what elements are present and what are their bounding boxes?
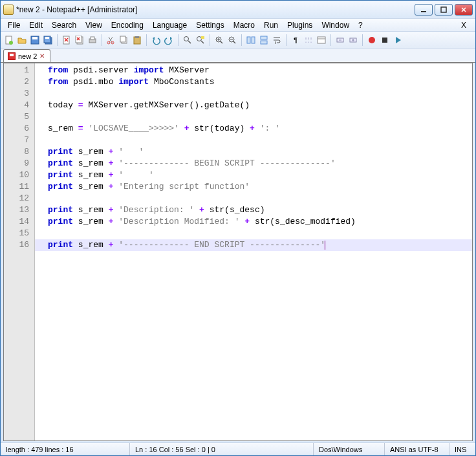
line-number: 16 — [4, 239, 34, 251]
svg-rect-8 — [45, 37, 49, 39]
line-number: 9 — [4, 158, 34, 169]
record-macro-icon[interactable] — [366, 34, 378, 46]
menu-encoding[interactable]: Encoding — [107, 19, 148, 31]
toolbar-sep — [210, 34, 210, 46]
menu-settings[interactable]: Settings — [191, 19, 228, 31]
window-title: *new 2 - Notepad++ [Administrator] — [16, 5, 413, 14]
code-line[interactable] — [35, 111, 472, 123]
code-line[interactable]: print s_rem + ' ' — [35, 146, 472, 158]
svg-rect-5 — [32, 37, 38, 39]
tab-unsaved-icon — [8, 52, 16, 60]
svg-point-32 — [369, 37, 375, 43]
menu-edit[interactable]: Edit — [25, 19, 47, 31]
close-file-icon[interactable] — [61, 34, 72, 46]
toolbar: ¶ — [1, 32, 475, 49]
toolbar-sep — [57, 34, 58, 46]
menu-help[interactable]: ? — [354, 19, 367, 31]
code-line[interactable]: print s_rem + '------------- BEGIN SCRIP… — [35, 158, 472, 169]
redo-icon[interactable] — [163, 34, 175, 46]
code-line[interactable]: print s_rem + 'Entering script function' — [35, 181, 472, 193]
code-line[interactable] — [35, 193, 472, 204]
paste-icon[interactable] — [131, 34, 143, 46]
svg-rect-27 — [261, 36, 267, 39]
line-number: 5 — [4, 111, 34, 123]
menu-run[interactable]: Run — [259, 19, 283, 31]
open-file-icon[interactable] — [16, 34, 28, 46]
status-pos: Ln : 16 Col : 56 Sel : 0 | 0 — [130, 443, 314, 455]
minimize-button[interactable] — [415, 4, 433, 16]
menu-close-x[interactable]: X — [455, 19, 473, 31]
menu-plugins[interactable]: Plugins — [283, 19, 317, 31]
menu-search[interactable]: Search — [47, 19, 81, 31]
sync-h-icon[interactable] — [258, 34, 270, 46]
undo-icon[interactable] — [150, 34, 162, 46]
stop-macro-icon[interactable] — [379, 34, 391, 46]
svg-rect-13 — [91, 37, 94, 39]
code-line[interactable]: print s_rem + 'Description Modified: ' +… — [35, 216, 472, 228]
code-line[interactable]: print s_rem + 'Description: ' + str(s_de… — [35, 204, 472, 216]
code-line[interactable]: today = MXServer.getMXServer().getDate() — [35, 100, 472, 111]
toolbar-sep — [102, 34, 102, 46]
replace-icon[interactable] — [195, 34, 206, 46]
menu-view[interactable]: View — [81, 19, 107, 31]
svg-rect-25 — [247, 37, 250, 43]
window: *new 2 - Notepad++ [Administrator] File … — [0, 0, 476, 456]
svg-rect-26 — [252, 37, 255, 43]
close-all-icon[interactable] — [74, 34, 85, 46]
copy-icon[interactable] — [118, 34, 130, 46]
find-icon[interactable] — [182, 34, 193, 46]
status-enc: ANSI as UTF-8 — [385, 443, 449, 455]
play-macro-icon[interactable] — [392, 34, 404, 46]
toolbar-sep — [330, 34, 331, 46]
svg-rect-19 — [135, 36, 139, 38]
svg-point-3 — [9, 41, 13, 45]
close-button[interactable] — [455, 4, 473, 16]
menu-macro[interactable]: Macro — [229, 19, 259, 31]
status-length: length : 479 lines : 16 — [1, 443, 130, 455]
maximize-button[interactable] — [435, 4, 453, 16]
menu-language[interactable]: Language — [148, 19, 191, 31]
editor[interactable]: 12345678910111213141516 from psdi.server… — [3, 63, 473, 441]
menu-file[interactable]: File — [3, 19, 25, 31]
code-line[interactable]: print s_rem + ' ' — [35, 169, 472, 181]
code-line[interactable]: s_rem = 'LOCSAVE____>>>>>' + str(today) … — [35, 123, 472, 135]
code-line[interactable] — [35, 88, 472, 100]
fold-icon[interactable] — [334, 34, 346, 46]
lang-icon[interactable] — [316, 34, 327, 46]
toolbar-sep — [178, 34, 178, 46]
code-line[interactable]: print s_rem + '------------- END SCRIPT … — [35, 239, 472, 251]
menubar: File Edit Search View Encoding Language … — [1, 19, 475, 32]
titlebar[interactable]: *new 2 - Notepad++ [Administrator] — [1, 1, 475, 19]
tab-close-icon[interactable]: ✕ — [39, 53, 46, 60]
status-eol: Dos\Windows — [314, 443, 385, 455]
save-all-icon[interactable] — [42, 34, 54, 46]
line-number: 3 — [4, 88, 34, 100]
new-file-icon[interactable] — [3, 34, 15, 46]
svg-point-21 — [197, 36, 202, 41]
wrap-icon[interactable] — [271, 34, 283, 46]
zoom-out-icon[interactable] — [226, 34, 238, 46]
code-line[interactable]: from psdi.server import MXServer — [35, 65, 472, 76]
code-line[interactable] — [35, 135, 472, 146]
print-icon[interactable] — [87, 34, 98, 46]
svg-point-14 — [107, 41, 110, 44]
unfold-icon[interactable] — [347, 34, 359, 46]
indent-guide-icon[interactable] — [303, 34, 314, 46]
zoom-in-icon[interactable] — [213, 34, 225, 46]
show-chars-icon[interactable]: ¶ — [290, 34, 301, 46]
gutter: 12345678910111213141516 — [4, 63, 35, 440]
line-number: 12 — [4, 193, 34, 204]
menu-window[interactable]: Window — [317, 19, 354, 31]
code-line[interactable]: from psdi.mbo import MboConstants — [35, 76, 472, 88]
code-area[interactable]: from psdi.server import MXServerfrom psd… — [35, 63, 472, 440]
sync-v-icon[interactable] — [245, 34, 257, 46]
save-icon[interactable] — [29, 34, 41, 46]
line-number: 1 — [4, 65, 34, 76]
line-number: 7 — [4, 135, 34, 146]
code-line[interactable] — [35, 228, 472, 239]
svg-rect-22 — [201, 36, 204, 39]
cut-icon[interactable] — [105, 34, 117, 46]
toolbar-sep — [241, 34, 242, 46]
svg-point-20 — [184, 36, 189, 41]
tab-new2[interactable]: new 2 ✕ — [3, 49, 50, 62]
